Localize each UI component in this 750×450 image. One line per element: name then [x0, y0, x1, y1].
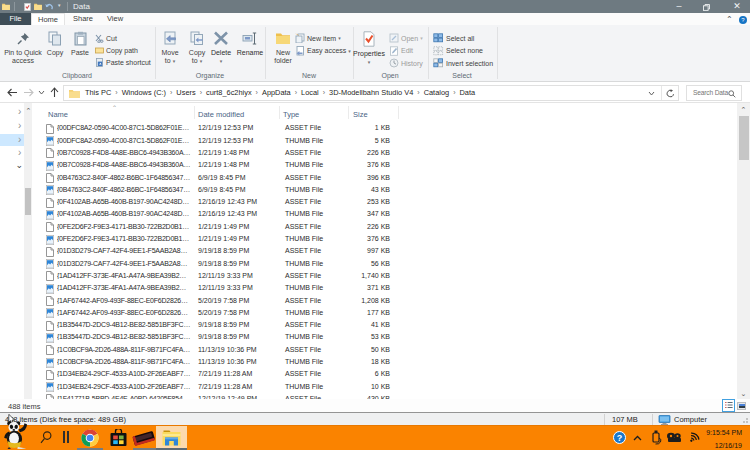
svg-text:?: ? — [617, 433, 623, 443]
